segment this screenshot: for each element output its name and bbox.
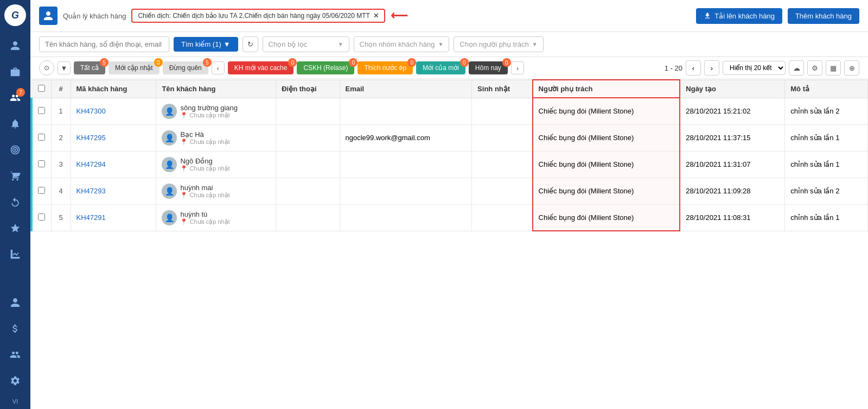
table-row: 1 KH47300 👤 sông trường giang 📍 Chưa cập… [31, 98, 868, 124]
row-num: 3 [51, 151, 71, 178]
filterbar: Tìm kiếm (1) ▼ ↻ Chọn bộ lọc ▼ Chọn nhóm… [30, 32, 868, 57]
row-desc: chỉnh sửa lần 2 [785, 98, 868, 124]
sidebar-item-bell[interactable] [4, 113, 26, 135]
topbar-avatar[interactable] [39, 7, 58, 25]
tab-expand-btn[interactable]: ▼ [58, 61, 71, 74]
row-birthday [472, 178, 533, 204]
row-customer-id[interactable]: KH47295 [71, 124, 156, 151]
row-customer-name: 👤 Ngô Đồng 📍 Chưa cập nhật [156, 151, 276, 178]
sidebar-item-star[interactable] [4, 217, 26, 239]
cloud-icon-btn[interactable]: ☁ [789, 60, 804, 75]
col-email: Email [340, 80, 472, 98]
grid-icon-btn[interactable]: ▦ [826, 60, 841, 75]
customer-name-text: Bạc Hà [180, 130, 229, 139]
row-email: ngocle99.work@gmail.com [340, 124, 472, 151]
filter-icon-btn[interactable]: ⚙ [807, 60, 822, 75]
display-count-select[interactable]: Hiển thị 20 kết [723, 61, 786, 75]
row-checkbox[interactable] [38, 160, 45, 167]
search-input[interactable] [39, 36, 169, 52]
tab-next-btn[interactable]: › [511, 61, 524, 74]
sidebar-item-dollar[interactable] [4, 318, 26, 339]
sidebar-item-settings[interactable] [4, 370, 26, 392]
next-page-button[interactable]: › [704, 60, 719, 75]
row-created: 28/10/2021 11:37:15 [680, 124, 784, 151]
tab-prev-btn[interactable]: ‹ [212, 61, 225, 74]
row-customer-id[interactable]: KH47294 [71, 151, 156, 178]
customer-location-text: 📍 Chưa cập nhật [180, 165, 229, 172]
row-email [340, 178, 472, 204]
campaign-tag-close[interactable]: ✕ [373, 12, 379, 20]
refresh-button[interactable]: ↻ [242, 36, 258, 52]
customer-location-text: 📍 Chưa cập nhật [180, 112, 238, 119]
campaign-tag-text: Chiến dịch: Chiến dịch bảo lưu TA 2,Chiế… [138, 12, 369, 20]
add-customer-button[interactable]: Thêm khách hàng [788, 8, 859, 24]
group-select[interactable]: Chọn nhóm khách hàng ▼ [354, 36, 450, 52]
tab-cskh[interactable]: CSKH (Relase) 0 [297, 61, 354, 74]
tab-new-of-new-badge: 0 [460, 58, 469, 67]
upload-customers-button[interactable]: Tải lên khách hàng [696, 8, 782, 24]
sidebar-item-profile[interactable] [4, 35, 26, 56]
tabsbar: ⊙ ▼ Tất cả 5 Mới cập nhật 0 Đừng quên 5 … [30, 57, 868, 79]
prev-page-button[interactable]: ‹ [686, 60, 701, 75]
search-button[interactable]: Tìm kiếm (1) ▼ [174, 37, 238, 52]
language-label[interactable]: VI [12, 398, 18, 405]
customer-location-text: 📍 Chưa cập nhật [180, 218, 229, 225]
col-owner: Người phụ trách [533, 80, 680, 98]
owner-chevron-icon: ▼ [532, 41, 538, 47]
row-checkbox[interactable] [38, 134, 45, 141]
tab-cache[interactable]: KH mới vào cache 0 [228, 61, 294, 74]
row-checkbox[interactable] [38, 107, 45, 114]
tab-pressure-badge: 0 [407, 58, 416, 67]
sidebar-item-briefcase[interactable] [4, 61, 26, 83]
filter-chevron-icon: ▼ [338, 41, 343, 47]
row-customer-id[interactable]: KH47300 [71, 98, 156, 124]
app-logo[interactable]: G [4, 4, 26, 26]
tab-cache-badge: 0 [288, 58, 297, 67]
row-phone [276, 204, 340, 231]
sidebar-item-users[interactable]: 7 [4, 87, 26, 109]
sidebar-item-team[interactable] [4, 344, 26, 366]
row-checkbox-cell[interactable] [31, 124, 51, 151]
row-created: 28/10/2021 15:21:02 [680, 98, 784, 124]
more-icon-btn[interactable]: ⊕ [844, 60, 859, 75]
tab-right-controls: 1 - 20 ‹ › Hiển thị 20 kết ☁ ⚙ ▦ ⊕ [665, 60, 859, 75]
row-birthday [472, 124, 533, 151]
sidebar-item-cart[interactable] [4, 165, 26, 187]
row-checkbox-cell[interactable] [31, 151, 51, 178]
tab-new-of-new[interactable]: Mới của mới 0 [416, 61, 465, 74]
customer-name-text: huỳnh mai [180, 184, 229, 192]
sidebar-item-chart[interactable] [4, 243, 26, 265]
row-created: 28/10/2021 11:08:31 [680, 204, 784, 231]
row-customer-name: 👤 huỳnh mai 📍 Chưa cập nhật [156, 178, 276, 204]
tab-circle-target[interactable]: ⊙ [39, 60, 54, 75]
row-email [340, 98, 472, 124]
tab-today-badge: 0 [502, 58, 511, 67]
tab-new-update[interactable]: Mới cập nhật 0 [108, 61, 159, 74]
sidebar-item-recycle[interactable] [4, 191, 26, 213]
col-checkbox[interactable] [31, 80, 51, 98]
row-phone [276, 98, 340, 124]
tab-dont-forget[interactable]: Đừng quên 5 [163, 61, 208, 74]
customer-avatar: 👤 [162, 104, 177, 119]
campaign-filter-tag[interactable]: Chiến dịch: Chiến dịch bảo lưu TA 2,Chiế… [131, 9, 385, 23]
sidebar-item-person[interactable] [4, 292, 26, 313]
tab-pressure[interactable]: Thích nước ép 0 [358, 61, 413, 74]
tab-all[interactable]: Tất cả 5 [74, 61, 105, 74]
row-checkbox-cell[interactable] [31, 98, 51, 124]
select-all-checkbox[interactable] [38, 85, 45, 92]
col-birthday: Sinh nhật [472, 80, 533, 98]
filter-select[interactable]: Chọn bộ lọc ▼ [263, 36, 349, 52]
row-desc: chỉnh sửa lần 2 [785, 178, 868, 204]
row-checkbox-cell[interactable] [31, 178, 51, 204]
col-phone: Điện thoại [276, 80, 340, 98]
row-email [340, 151, 472, 178]
row-customer-id[interactable]: KH47293 [71, 178, 156, 204]
row-checkbox[interactable] [38, 187, 45, 194]
row-checkbox-cell[interactable] [31, 204, 51, 231]
row-customer-id[interactable]: KH47291 [71, 204, 156, 231]
row-num: 4 [51, 178, 71, 204]
sidebar-item-target[interactable] [4, 139, 26, 161]
row-checkbox[interactable] [38, 213, 45, 221]
owner-select[interactable]: Chọn người phụ trách ▼ [454, 36, 543, 52]
tab-today[interactable]: Hôm nay 0 [469, 61, 508, 74]
